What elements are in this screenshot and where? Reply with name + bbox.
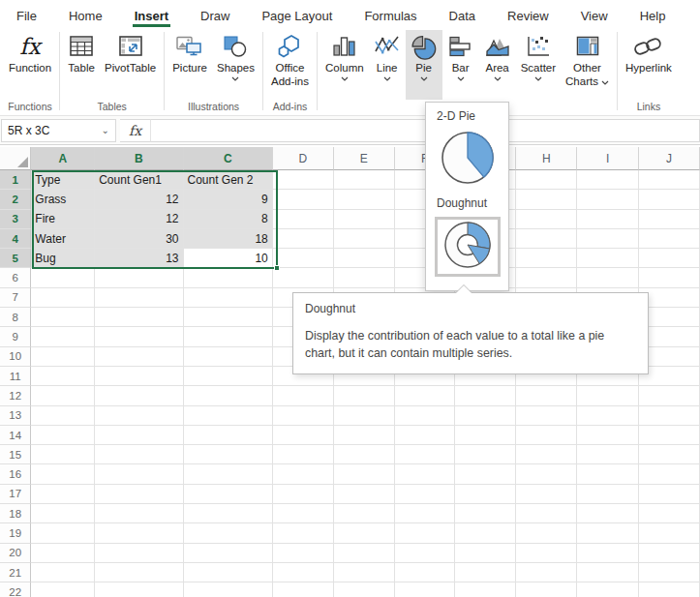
cell-I15[interactable] [577,445,639,464]
cell-H6[interactable] [516,268,577,287]
cell-B6[interactable] [95,268,183,287]
ribbon-button-function[interactable]: fxFunction [4,30,56,100]
ribbon-button-scatter[interactable]: Scatter [516,30,561,100]
row-header-14[interactable]: 14 [0,426,31,445]
cell-G20[interactable] [455,544,516,563]
cell-A10[interactable] [31,347,95,367]
cell-E19[interactable] [334,523,395,543]
cell-A1[interactable]: Type [31,170,95,190]
cell-D4[interactable] [273,229,334,249]
cell-D18[interactable] [273,504,334,523]
cell-C4[interactable]: 18 [184,229,273,249]
cell-B8[interactable] [95,308,183,327]
cell-H14[interactable] [516,426,577,445]
ribbon-button-shapes[interactable]: Shapes [212,30,259,100]
column-header-D[interactable]: D [273,147,334,170]
cell-F15[interactable] [395,445,456,464]
cell-B4[interactable]: 30 [95,229,183,249]
ribbon-button-table[interactable]: Table [63,30,100,100]
cell-J5[interactable] [639,249,700,268]
cell-G13[interactable] [455,406,516,426]
row-header-6[interactable]: 6 [0,268,31,287]
cell-C20[interactable] [184,544,273,563]
cell-A5[interactable]: Bug [31,249,95,268]
ribbon-button-hyperlink[interactable]: Hyperlink [621,30,677,100]
cell-F13[interactable] [395,406,456,426]
row-header-7[interactable]: 7 [0,288,31,308]
cell-C17[interactable] [184,485,273,504]
cell-C7[interactable] [184,288,273,308]
cell-B13[interactable] [95,406,183,426]
cell-G18[interactable] [455,504,516,523]
cell-J19[interactable] [639,523,700,543]
cell-G12[interactable] [455,386,516,405]
menu-tab-formulas[interactable]: Formulas [362,5,418,27]
cell-A22[interactable] [31,582,95,597]
cell-D17[interactable] [273,485,334,504]
cell-C5[interactable]: 10 [184,249,273,268]
cell-I18[interactable] [577,504,639,523]
cell-H20[interactable] [516,544,577,563]
row-header-5[interactable]: 5 [0,249,31,268]
column-header-A[interactable]: A [31,147,95,170]
cell-C16[interactable] [184,464,273,484]
ribbon-button-other[interactable]: OtherCharts [561,30,614,100]
cell-I2[interactable] [577,190,639,209]
cell-I20[interactable] [577,544,639,563]
cell-B20[interactable] [95,544,183,563]
cell-J14[interactable] [639,426,700,445]
cell-F16[interactable] [395,464,456,484]
dropdown-item-doughnut[interactable] [435,217,501,277]
cell-A19[interactable] [31,523,95,543]
row-header-3[interactable]: 3 [0,210,31,229]
name-box[interactable]: 5R x 3C ⌄ [1,119,116,142]
menu-tab-data[interactable]: Data [447,5,477,27]
cell-B22[interactable] [95,582,183,597]
cell-C6[interactable] [184,268,273,287]
ribbon-button-bar[interactable]: Bar [442,30,479,100]
cell-J15[interactable] [639,445,700,464]
row-header-13[interactable]: 13 [0,406,31,426]
cell-A21[interactable] [31,563,95,582]
row-header-20[interactable]: 20 [0,544,31,563]
cell-B21[interactable] [95,563,183,582]
menu-tab-insert[interactable]: Insert [133,5,170,27]
ribbon-button-area[interactable]: Area [479,30,516,100]
cell-A13[interactable] [31,406,95,426]
cell-C9[interactable] [184,327,273,346]
cell-B18[interactable] [95,504,183,523]
column-header-I[interactable]: I [577,147,639,170]
cell-H4[interactable] [516,229,577,249]
cell-I21[interactable] [577,563,639,582]
cell-A18[interactable] [31,504,95,523]
cell-G19[interactable] [455,523,516,543]
menu-tab-page-layout[interactable]: Page Layout [259,5,334,27]
cell-C1[interactable]: Count Gen 2 [184,170,273,190]
cell-D12[interactable] [273,386,334,405]
row-header-8[interactable]: 8 [0,308,31,327]
cell-H19[interactable] [516,523,577,543]
column-header-H[interactable]: H [516,147,577,170]
cell-H13[interactable] [516,406,577,426]
cell-J2[interactable] [639,190,700,209]
cell-E5[interactable] [334,249,395,268]
cell-C19[interactable] [184,523,273,543]
cell-I13[interactable] [577,406,639,426]
cell-J20[interactable] [639,544,700,563]
menu-tab-home[interactable]: Home [67,5,105,27]
cell-I5[interactable] [577,249,639,268]
row-header-1[interactable]: 1 [0,170,31,190]
ribbon-button-office[interactable]: OfficeAdd-ins [266,30,314,100]
cell-B14[interactable] [95,426,183,445]
menu-tab-view[interactable]: View [579,5,610,27]
cell-C11[interactable] [184,367,273,386]
cell-C15[interactable] [184,445,273,464]
cell-H22[interactable] [516,582,577,597]
cell-B2[interactable]: 12 [95,190,183,209]
column-header-B[interactable]: B [95,147,183,170]
ribbon-button-picture[interactable]: Picture [167,30,212,100]
cell-E16[interactable] [334,464,395,484]
cell-G14[interactable] [455,426,516,445]
cell-A14[interactable] [31,426,95,445]
cell-E22[interactable] [334,582,395,597]
